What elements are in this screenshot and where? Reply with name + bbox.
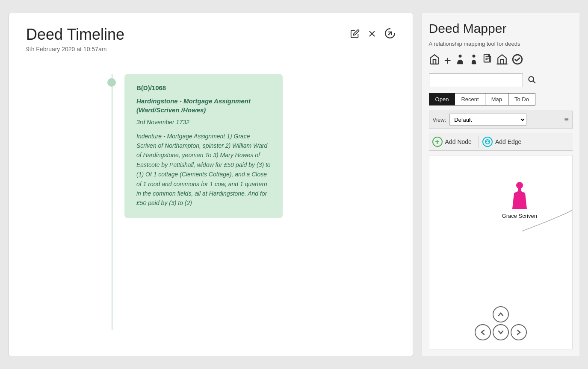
nav-right-button[interactable] [511,324,527,340]
svg-point-9 [516,182,523,189]
deed-date: 3rd November 1732 [136,119,271,126]
add-node-button[interactable]: + Add Node [432,136,475,148]
home2-icon[interactable] [496,54,508,67]
view-row: View: Default Compact Expanded ≡ [429,111,573,129]
add-node-icon: + [432,137,443,147]
search-input[interactable] [429,73,523,87]
add-node-label: Add Node [445,138,472,145]
deed-ref: B(D)/1068 [136,84,271,91]
timeline-node [107,78,116,87]
panel-title: Deed Timeline [26,26,396,43]
svg-point-8 [485,140,490,144]
view-label: View: [433,117,446,123]
tab-recent[interactable]: Recent [455,93,485,105]
nav-middle-row [475,324,527,340]
panel-controls [350,28,396,42]
mapper-icon-toolbar: + [429,54,573,67]
nav-up-button[interactable] [493,306,509,322]
add-edge-label: Add Edge [495,138,522,145]
tab-todo[interactable]: To Do [508,93,535,105]
nav-up-row [493,306,509,322]
timeline-line [112,74,112,330]
search-button[interactable] [526,74,538,87]
nav-down-button[interactable] [493,324,509,340]
check-icon[interactable] [512,54,523,67]
svg-point-3 [473,55,476,58]
dropper-icon[interactable] [384,28,396,42]
house-icon[interactable] [429,54,440,67]
grace-scriven-label: Grace Scriven [502,213,537,219]
svg-point-2 [459,55,462,58]
tab-open[interactable]: Open [429,93,455,105]
add-actions-row: + Add Node Add Edge [429,133,573,151]
svg-rect-10 [518,188,521,191]
add-edge-button[interactable]: Add Edge [479,136,525,148]
male-person-icon[interactable] [455,54,465,67]
grace-scriven-figure [509,181,530,211]
mapper-subtitle: A relationship mapping tool for deeds [429,41,573,47]
view-menu-button[interactable]: ≡ [564,115,569,124]
svg-line-7 [533,81,535,83]
view-select[interactable]: Default Compact Expanded [449,114,526,126]
add-icon[interactable]: + [444,54,451,67]
close-icon[interactable] [367,29,377,41]
edit-icon[interactable] [350,29,360,41]
deed-timeline-panel: Deed Timeline 9th February 2020 at 10:57… [9,13,413,356]
nav-controls [475,306,527,340]
add-edge-icon [482,137,493,147]
mapper-tabs: Open Recent Map To Do [429,93,573,105]
nav-left-button[interactable] [475,324,491,340]
panel-timestamp: 9th February 2020 at 10:57am [26,46,396,53]
node-grace-scriven[interactable]: Grace Scriven [502,181,537,219]
tab-map[interactable]: Map [485,93,508,105]
deed-card: B(D)/1068 Hardingstone - Mortgage Assign… [124,74,283,218]
document-icon[interactable] [483,54,492,67]
female-person-icon[interactable] [469,54,479,67]
graph-area[interactable]: Grace Scriven [429,155,573,349]
mapper-title: Deed Mapper [429,21,573,35]
search-row [429,73,573,87]
deed-mapper-panel: Deed Mapper A relationship mapping tool … [422,13,579,356]
deed-description: Indenture - Mortgage Assignment 1) Grace… [136,132,271,208]
deed-title: Hardingstone - Mortgage Assignment (Ward… [136,97,271,114]
